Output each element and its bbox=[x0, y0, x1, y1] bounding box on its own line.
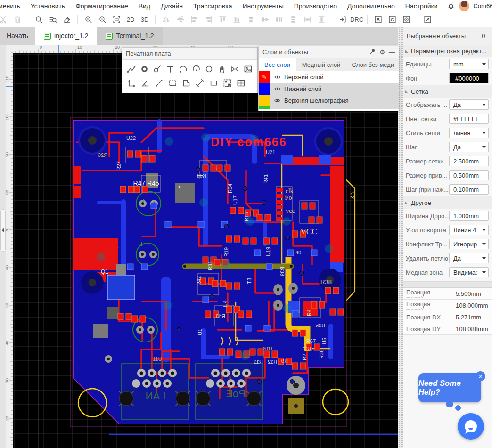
position-value: 5.500mm bbox=[451, 288, 492, 299]
order-button[interactable] bbox=[400, 14, 412, 25]
menu-item-5[interactable]: Дизайн bbox=[161, 2, 183, 10]
find-similar-button[interactable] bbox=[47, 14, 59, 25]
layer-color-swatch[interactable] bbox=[259, 83, 270, 95]
layers-tab-1[interactable]: Все слои bbox=[259, 58, 296, 71]
hole-tool[interactable] bbox=[229, 62, 242, 76]
silk-title: DIY com666 bbox=[211, 135, 287, 148]
measure-tool[interactable] bbox=[193, 76, 207, 90]
zoom-fit-button[interactable] bbox=[110, 14, 123, 25]
layer-row-2[interactable]: Нижний слой bbox=[259, 83, 399, 95]
group-tool[interactable] bbox=[221, 76, 234, 90]
eraser-button[interactable] bbox=[61, 14, 73, 25]
menu-item-2[interactable]: Установить bbox=[31, 2, 65, 10]
minimize-icon[interactable]: — bbox=[247, 50, 254, 57]
collapse-triangle-icon bbox=[405, 201, 408, 204]
eye-icon[interactable] bbox=[270, 73, 284, 81]
tab-terminal-1-2[interactable]: Terminal_1.2 bbox=[97, 27, 163, 45]
layers-panel-header[interactable]: Слои и объекты ⚙ — bbox=[259, 46, 399, 58]
input-размер-сетки[interactable]: 2.500mm bbox=[449, 156, 489, 166]
select-единицы[interactable]: mm bbox=[449, 59, 489, 69]
layers-tab-3[interactable]: Слои без меди bbox=[346, 58, 399, 71]
minimize-icon[interactable]: — bbox=[389, 49, 395, 55]
pin-icon[interactable] bbox=[369, 49, 376, 56]
resize-handle[interactable] bbox=[394, 106, 398, 110]
image-tool[interactable] bbox=[242, 62, 255, 76]
drc-button[interactable]: DRC bbox=[351, 14, 363, 25]
rect-tool[interactable] bbox=[207, 76, 221, 90]
menu-item-9[interactable]: Дополнительно bbox=[347, 2, 395, 10]
select-стиль-сетки[interactable]: линия bbox=[449, 128, 489, 138]
zoom-in-button[interactable] bbox=[82, 14, 94, 25]
tab-injector-1-2[interactable]: injector_1.2 bbox=[35, 27, 97, 45]
menu-item-7[interactable]: Инструменты bbox=[242, 2, 283, 10]
angle-tool[interactable] bbox=[139, 76, 152, 90]
bom-button[interactable]: B bbox=[372, 14, 384, 25]
menu-item-1[interactable]: менить bbox=[0, 2, 20, 10]
via-tool[interactable] bbox=[151, 62, 164, 76]
tab-начать[interactable]: Начать bbox=[0, 27, 35, 45]
property-row: Шаг (при наж...0.100mm bbox=[403, 182, 492, 196]
select-отображать-[interactable]: Да bbox=[449, 99, 489, 110]
section-header[interactable]: Другое bbox=[403, 196, 492, 209]
menu-item-3[interactable]: Форматирование bbox=[75, 2, 128, 10]
input-цвет-сетки[interactable]: #FFFFFF bbox=[449, 114, 489, 124]
dimension-tool[interactable] bbox=[125, 76, 139, 90]
zoom-out-button[interactable] bbox=[96, 14, 108, 25]
svg-text:20: 20 bbox=[5, 416, 9, 421]
select-медная-зона[interactable]: Видима: bbox=[449, 267, 489, 277]
input-шаг-при-наж-[interactable]: 0.100mm bbox=[449, 184, 489, 195]
input-ширина-доро-[interactable]: 1.000mm bbox=[449, 211, 489, 221]
layer-color-swatch[interactable] bbox=[259, 95, 270, 106]
user-menu[interactable]: Com666 bbox=[473, 2, 492, 9]
select-удалить-петлю[interactable]: Да bbox=[449, 253, 489, 263]
menu-item-8[interactable]: Производство bbox=[294, 2, 337, 10]
help-close-button[interactable]: × bbox=[476, 371, 485, 381]
position-value: 108.000mm bbox=[451, 300, 492, 311]
section-header[interactable]: Сетка bbox=[403, 85, 492, 98]
eye-icon[interactable] bbox=[270, 97, 284, 104]
view-3d-button[interactable]: 3D bbox=[139, 14, 151, 25]
pcb-tools-panel-header[interactable]: Печатная плата — bbox=[122, 48, 257, 60]
view-2d-button[interactable]: 2D bbox=[124, 14, 137, 25]
user-avatar[interactable] bbox=[459, 1, 469, 11]
arc-center-tool[interactable] bbox=[190, 62, 203, 76]
arc-tool[interactable] bbox=[177, 62, 190, 76]
import-button[interactable] bbox=[336, 14, 349, 25]
silk-label: T3 bbox=[246, 278, 252, 284]
track-tool[interactable] bbox=[125, 62, 138, 76]
silk-label: R67 bbox=[306, 338, 316, 344]
silk-label: U5 bbox=[321, 338, 327, 344]
select-угол-поворота[interactable]: Линия 4 bbox=[449, 225, 489, 235]
input-размер-прив-[interactable]: 0.500mm bbox=[449, 170, 489, 180]
select-шаг[interactable]: Да bbox=[449, 142, 489, 152]
layer-color-swatch[interactable]: ✎ bbox=[259, 71, 270, 83]
chat-button[interactable] bbox=[458, 413, 484, 440]
silk-label: PoE bbox=[226, 388, 246, 399]
menu-item-10[interactable]: Настройки bbox=[405, 2, 438, 10]
eye-icon[interactable] bbox=[270, 85, 284, 92]
help-bubble[interactable]: Need Some Help? bbox=[418, 373, 481, 402]
layer-row-3[interactable]: Верхняя шелкография bbox=[259, 95, 399, 106]
svg-text:50: 50 bbox=[5, 303, 9, 308]
share-button[interactable] bbox=[421, 14, 434, 25]
pad-tool[interactable] bbox=[138, 62, 151, 76]
notifications-bell-icon[interactable] bbox=[447, 2, 455, 10]
copper-area-tool[interactable] bbox=[166, 76, 180, 90]
gerber-button[interactable]: G bbox=[386, 14, 398, 25]
solid-region-tool[interactable] bbox=[180, 76, 193, 90]
circle-tool[interactable] bbox=[203, 62, 216, 76]
ratline-tool[interactable] bbox=[152, 76, 166, 90]
text-tool[interactable] bbox=[164, 62, 177, 76]
input-фон[interactable]: #000000 bbox=[449, 73, 489, 83]
panelize-tool[interactable] bbox=[234, 76, 248, 90]
menu-item-6[interactable]: Трассировка bbox=[193, 2, 232, 10]
gear-icon[interactable]: ⚙ bbox=[379, 49, 385, 55]
drag-tool[interactable] bbox=[216, 62, 229, 76]
layers-tab-2[interactable]: Медный слой bbox=[296, 58, 346, 71]
property-label: Медная зона bbox=[406, 269, 449, 276]
layer-row-1[interactable]: ✎Верхний слой bbox=[259, 71, 399, 83]
section-header[interactable]: Параметры окна редакт... bbox=[403, 45, 492, 57]
menu-item-4[interactable]: Вид bbox=[139, 2, 150, 10]
select-конфликт-тр-[interactable]: Игнорир bbox=[449, 239, 489, 249]
search-button[interactable] bbox=[33, 14, 45, 25]
